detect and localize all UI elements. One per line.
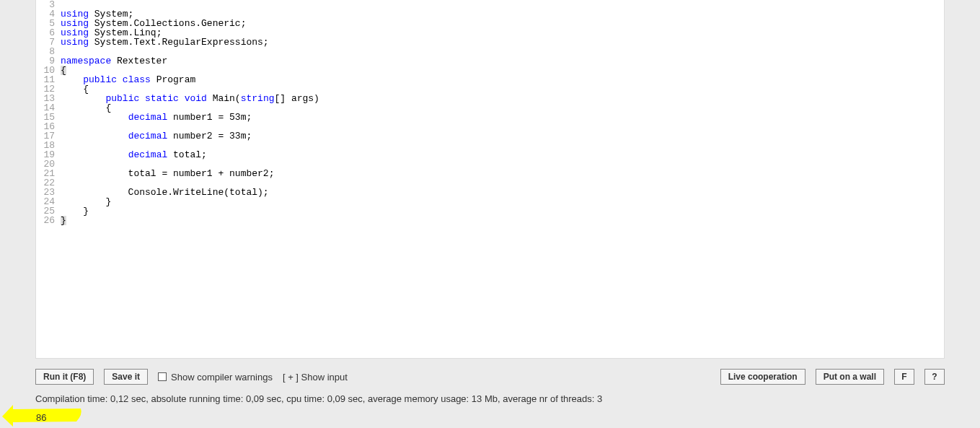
program-output: 86 [36,412,46,423]
code-line[interactable]: total = number1 + number2; [61,169,319,178]
code-area[interactable]: using System;using System.Collections.Ge… [61,0,319,225]
code-line[interactable]: } [61,206,319,216]
show-warnings-label: Show compiler warnings [171,372,273,383]
compilation-stats: Compilation time: 0,12 sec, absolute run… [35,393,602,404]
code-line[interactable]: using System.Text.RegularExpressions; [61,38,319,47]
show-warnings-checkbox[interactable]: Show compiler warnings [158,372,273,383]
help-button[interactable]: ? [924,369,945,385]
run-button[interactable]: Run it (F8) [35,369,94,385]
code-line[interactable]: } [61,216,319,225]
checkbox-icon [158,372,167,381]
code-line[interactable]: } [61,197,319,206]
gutter: 3456789101112131415161718192021222324252… [36,0,58,225]
code-line[interactable]: decimal number1 = 53m; [61,113,319,122]
code-line[interactable]: decimal number2 = 33m; [61,131,319,141]
show-input-toggle[interactable]: [ + ] Show input [283,372,348,383]
put-on-wall-button[interactable]: Put on a wall [816,369,884,385]
save-button[interactable]: Save it [104,369,148,385]
controls-bar: Run it (F8) Save it Show compiler warnin… [35,367,945,387]
line-number: 26 [36,216,58,225]
code-line[interactable]: public class Program [61,75,319,84]
code-editor[interactable]: 3456789101112131415161718192021222324252… [35,0,945,359]
code-line[interactable]: decimal total; [61,150,319,160]
fullscreen-button[interactable]: F [894,369,914,385]
live-cooperation-button[interactable]: Live cooperation [720,369,805,385]
code-line[interactable]: namespace Rextester [61,56,319,66]
